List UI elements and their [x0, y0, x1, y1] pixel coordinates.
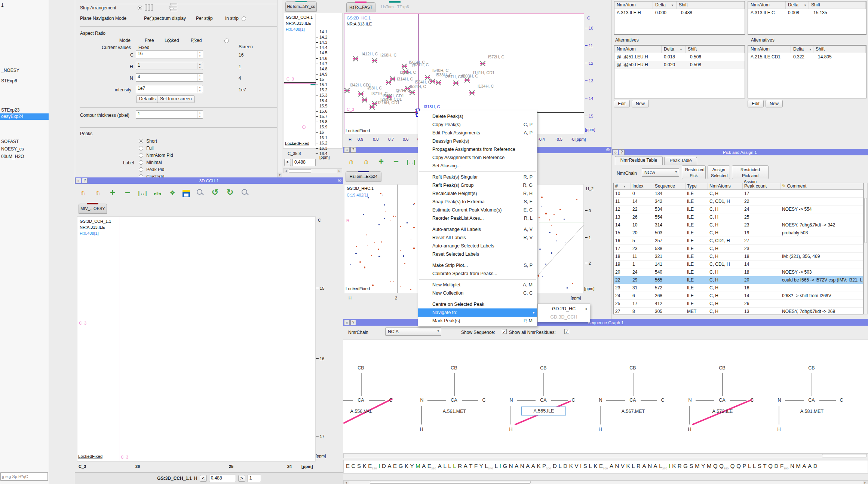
peak-label-option[interactable]: Full: [139, 146, 173, 153]
sequence-residue-letter[interactable]: A: [654, 463, 657, 470]
nmrresidue-row[interactable]: 10 0 134 ILE C, H 17: [614, 190, 863, 198]
toolbar-icon[interactable]: [376, 156, 386, 167]
menu-item[interactable]: New Collection C, C: [418, 289, 537, 297]
submenu-item[interactable]: GD:2D_HC ▸: [538, 305, 590, 313]
sequence-residue-letter[interactable]: L: [558, 463, 561, 470]
peak-label-option[interactable]: Short: [139, 138, 173, 146]
menu-item[interactable]: Reset Selected Labels: [418, 250, 537, 258]
nmrresidue-row[interactable]: 17 23 538 ILE C, H 23: [614, 245, 863, 253]
plane-up-button[interactable]: >: [238, 475, 245, 482]
nmrresidue-row[interactable]: 16 5 257 ILE C, CD1, H 27: [614, 237, 863, 245]
ca-atom[interactable]: CA: [627, 398, 638, 403]
nmrresidue-node[interactable]: CB N CA C H A.572.ILE: [685, 360, 760, 416]
sequence-residue-letter[interactable]: G: [399, 463, 403, 470]
menu-item[interactable]: Deassign Peak(s): [418, 137, 537, 145]
toolbar-icon[interactable]: [123, 188, 132, 198]
sequence-residue-letter[interactable]: D: [775, 463, 779, 470]
col-delta[interactable]: Delta▼: [662, 46, 685, 53]
in-strip-radio[interactable]: [242, 16, 246, 21]
aspect-c-input[interactable]: 16 ▲▼: [136, 50, 203, 58]
alternatives-table-h[interactable]: NmrAtom Delta▼ Shift @-.@51.LEU.H 0.018 …: [614, 45, 745, 98]
sequence-residue-letter[interactable]: L370: [659, 463, 667, 470]
sequence-residue-letter[interactable]: K: [405, 463, 408, 470]
table-header[interactable]: NmrAtom Delta▼ Shift: [614, 46, 745, 53]
h-atom[interactable]: H: [507, 427, 515, 432]
c-atom[interactable]: C: [387, 398, 395, 403]
peak-assignment-label[interactable]: I134H, C: [478, 84, 494, 88]
radio[interactable]: [139, 160, 143, 165]
peak-assignment-label[interactable]: I314H, C: [397, 77, 413, 81]
col-delta[interactable]: Delta▼: [791, 46, 813, 53]
restricted-pick-button[interactable]: Restricted Pick: [682, 165, 706, 179]
menu-item[interactable]: Copy Peak(s) C, P: [418, 121, 537, 129]
scroll-left-arrow[interactable]: ◂: [344, 481, 349, 484]
col-shift[interactable]: Shift: [685, 46, 745, 53]
toolbar-icon[interactable]: ↑: [346, 156, 356, 167]
toolbar-icon[interactable]: [183, 190, 190, 197]
col-nmratom[interactable]: NmrAtom: [614, 1, 653, 9]
nmrresidue-row[interactable]: 25 17 412 ILE C, H 26: [614, 300, 863, 308]
ca-atom[interactable]: CA: [806, 398, 817, 403]
nmrresidue-row[interactable]: 11 14 342 ILE C, CD1, H 22: [614, 198, 863, 206]
sequence-residue-letter[interactable]: C: [352, 463, 356, 470]
nmratom-table-c[interactable]: NmrAtom Delta▼ Shift A.313.ILE.C 0.008 1…: [748, 1, 867, 35]
sidebar-filter-input[interactable]: g e.g Sp:H*qC: [0, 472, 48, 481]
table-row[interactable]: @-.@50.LEU.H 0.020 0.508: [614, 61, 745, 69]
scroll-thumb[interactable]: [864, 198, 867, 243]
nmrresidue-row[interactable]: 19 1 141 ILE C, CD1, H 14: [614, 261, 863, 268]
sequence-residue-letter[interactable]: Q380: [719, 463, 729, 470]
sequence-residue-letter[interactable]: K: [626, 463, 630, 470]
cb-atom[interactable]: CB: [806, 365, 817, 371]
toolbar-icon[interactable]: [108, 188, 117, 198]
sequence-residue-letter[interactable]: E: [346, 463, 350, 470]
sequence-residue-letter[interactable]: Y: [479, 463, 483, 470]
col-nmratom[interactable]: NmrAtom: [748, 46, 791, 53]
menu-item[interactable]: Set Aliasing...: [418, 162, 537, 170]
sequence-residue-letter[interactable]: L: [448, 463, 451, 470]
peak-cross[interactable]: [358, 91, 364, 97]
menu-item[interactable]: Centre on Selected Peak: [418, 300, 537, 308]
strip-arrangement-rows-radio[interactable]: [138, 6, 142, 10]
aspect-lock-label[interactable]: LockedFixed: [285, 141, 309, 146]
peak-cross[interactable]: [469, 90, 475, 95]
table-v-scrollbar[interactable]: [864, 183, 868, 314]
spinner[interactable]: ▲▼: [197, 63, 202, 69]
sequence-residue-letter[interactable]: S: [690, 463, 693, 470]
plane-down-button[interactable]: <: [200, 475, 207, 482]
peak-cross[interactable]: [402, 64, 407, 69]
scroll-right-arrow[interactable]: ▸: [337, 169, 342, 173]
tab-hstom-texp6[interactable]: HsTom...TExp6: [377, 2, 413, 12]
col-nmratom[interactable]: NmrAtom: [748, 1, 786, 9]
aspect-fixed-radio[interactable]: [224, 39, 229, 43]
nmrresidue-row[interactable]: 13 26 554 ILE C, H 25: [614, 213, 863, 221]
defaults-button[interactable]: Defaults: [136, 95, 159, 103]
sequence-residue-letter[interactable]: A: [803, 463, 806, 470]
submenu-item[interactable]: GD:3D_CCH: [538, 313, 590, 321]
n-atom[interactable]: N: [507, 398, 515, 403]
table-header[interactable]: NmrAtom Delta▼ Shift: [748, 1, 866, 9]
n-atom[interactable]: N: [596, 398, 605, 403]
nmrresidue-node[interactable]: CB N CA C H A.556.VAL: [343, 360, 399, 416]
peak-assignment-label[interactable]: I321H, C: [400, 70, 416, 74]
h-atom[interactable]: H: [418, 427, 425, 432]
nmrresidue-node[interactable]: CB N CA C H A.567.MET: [596, 360, 671, 416]
radio[interactable]: [139, 139, 143, 143]
residue-label[interactable]: A.565.ILE: [521, 407, 566, 415]
col-peakcount[interactable]: Peak count: [743, 183, 780, 189]
c-atom[interactable]: C: [837, 398, 846, 403]
menu-item[interactable]: Recalculate Height(s) R, H: [418, 189, 537, 198]
c-atom[interactable]: C: [480, 398, 488, 403]
aspect-lock-label[interactable]: LockedFixed: [346, 128, 370, 133]
sequence-residue-letter[interactable]: I: [500, 463, 501, 470]
sidebar-item[interactable]: _NOESY: [0, 67, 49, 74]
menu-item[interactable]: Refit Peak(s) Singular R, P: [418, 173, 537, 181]
sequence-residue-letter[interactable]: L: [443, 463, 446, 470]
sequence-residue-letter[interactable]: A: [610, 463, 613, 470]
toolbar-icon[interactable]: [225, 188, 235, 198]
cb-atom[interactable]: CB: [717, 365, 728, 371]
residue-label[interactable]: A.572.ILE: [700, 409, 745, 414]
strip-h-scrollbar[interactable]: ◂ ▸: [283, 168, 342, 173]
peak-label-option[interactable]: ClusterId: [139, 174, 173, 177]
scroll-right-arrow[interactable]: ▸: [863, 481, 868, 484]
sequence-residue-letter[interactable]: D: [553, 463, 557, 470]
